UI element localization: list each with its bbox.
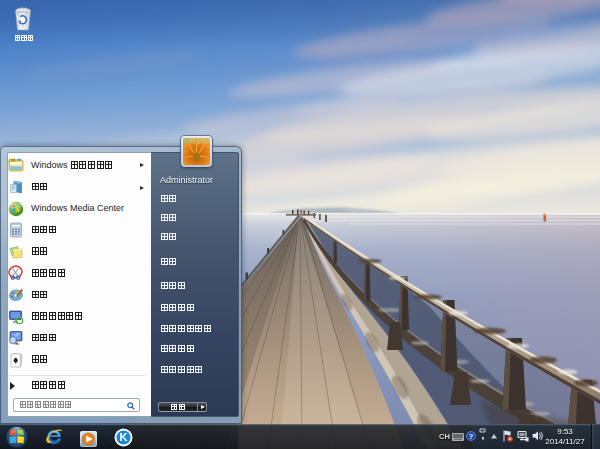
svg-text:K: K (120, 431, 128, 443)
svg-text:?: ? (469, 432, 474, 441)
